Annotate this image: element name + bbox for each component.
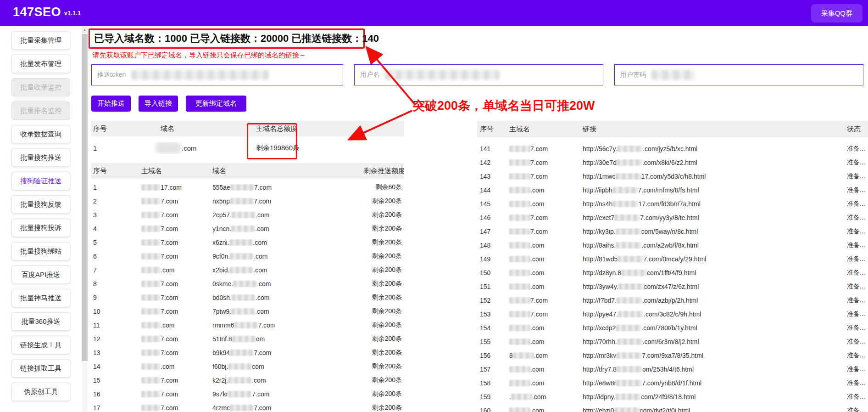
update-domains-button[interactable]: 更新绑定域名 [186,96,246,112]
cell-link: http://8aihs..com/a2wb/f/8x.html [580,242,844,249]
cell-domain: 4rzmc7.com [211,404,362,412]
blurred-token-value [131,70,269,80]
sidebar-item-label: 批量收录监控 [20,83,61,91]
sidebar-item[interactable]: 批量采集管理 [11,31,70,50]
cell-domain: bd0sh..com [211,294,362,301]
sidebar-item[interactable]: 百度API推送 [11,265,70,284]
blurred-link [618,256,643,262]
cell-index: 4 [91,225,139,232]
sidebar-item[interactable]: 批量收录监控 [11,78,70,96]
cell-link: http://iipbh7.com/mfms/8/fs.html [580,186,844,194]
sidebar-item[interactable]: 批量搜狗绑站 [11,242,70,260]
blurred-domain [231,308,255,315]
cell-index: 11 [91,322,139,329]
blurred-main-domain [509,256,530,262]
cell-main-domain: 7.com [139,294,211,301]
cell-status: 准备... [844,406,868,412]
cell-index: 1 [91,144,139,152]
cell-index: 151 [477,283,506,290]
blurred-link [616,352,642,359]
scrollbar-thumb[interactable] [82,34,88,361]
quota-table-row: 15 7.com k2r2j..com 剩余200条 [91,373,404,387]
cell-main-domain: 7.com [139,349,211,356]
cell-link: http://1mwc17.com/y5d3/c/h8.html [580,173,844,180]
sidebar-nav: 批量采集管理 批量发布管理 批量收录监控 批量排名监控 收录数据查询 批量搜狗推… [0,26,82,412]
blurred-link [617,339,643,345]
blurred-main-domain [141,198,161,204]
col-header-total-quota: 主域名总额度 [254,124,404,133]
blurred-domain [231,226,255,232]
quota-table-row: 10 7.com 7ptw9..com 剩余200条 [91,305,404,318]
cell-main-domain: .com [506,338,580,345]
blurred-main-domain [509,173,530,180]
cell-main-domain: 7.com [139,390,211,398]
qq-group-button[interactable]: 采集QQ群 [811,4,862,23]
start-push-button[interactable]: 开始推送 [91,96,131,112]
cell-main-domain: .com [139,266,211,274]
cell-domain: b9k947.com [211,349,362,356]
blurred-domain [233,281,257,287]
cell-index: 149 [477,255,506,263]
push-table-row: 148 .com http://8aihs..com/a2wb/f/8x.htm… [477,238,868,252]
sidebar-item[interactable]: 批量搜狗投诉 [11,219,70,237]
cell-main-domain: .com [506,407,580,412]
sidebar-item[interactable]: 批量搜狗反馈 [11,195,70,214]
blurred-domain [232,294,256,301]
cell-link: http://56c7y..com/jyz5/b/xc.html [580,145,844,152]
username-input[interactable]: 用户名 [354,64,603,85]
password-input[interactable]: 用户密码 [614,64,863,85]
cell-main-domain: 7.com [506,214,580,221]
cell-index: 1 [91,184,139,191]
blurred-domain [228,377,252,384]
blurred-link [617,159,642,166]
sidebar-item[interactable]: 链接生成工具 [11,336,70,354]
push-token-input[interactable]: 推送token [91,64,343,85]
push-table-body: 141 7.com http://56c7y..com/jyz5/b/xc.ht… [477,137,868,412]
quota-table-row: 8 7.com 0skme..com 剩余200条 [91,277,404,291]
push-table-row: 141 7.com http://56c7y..com/jyz5/b/xc.ht… [477,142,868,156]
quota-table-row: 2 7.com nx5np7.com 剩余200条 [91,194,404,208]
cell-status: 准备... [844,172,868,181]
quota-table-row: 16 7.com 9s7kr7.com 剩余200条 [91,387,404,401]
sidebar-item-label: 伪原创工具 [24,388,58,395]
cell-index: 17 [91,404,139,412]
blurred-main-domain [509,339,530,345]
cell-link: http://ehzi0com/dvt2/t/0j.html [580,407,844,412]
scrollbar-up-arrow[interactable]: ▲ [82,26,88,33]
sidebar-item-label: 批量发布管理 [20,60,61,68]
cell-main-domain: .com [506,324,580,332]
blurred-link [615,394,641,400]
cell-domain: .com [139,142,254,154]
import-links-button[interactable]: 导入链接 [139,96,178,112]
blurred-main-domain [141,226,161,232]
cell-index: 153 [477,310,506,318]
push-table-row: 155 .com http://70rhh..com/6r3m/8/j2.htm… [477,335,868,349]
blurred-link [614,214,640,221]
sidebar-item[interactable]: 批量排名监控 [11,102,70,120]
sidebar-item[interactable]: 收录数据查询 [11,125,70,143]
col-header-index: 序号 [91,124,139,133]
sidebar-item[interactable]: 批量发布管理 [11,55,70,73]
quota-table-row: 17 7.com 4rzmc7.com 剩余200条 [91,401,404,412]
sidebar-item[interactable]: 搜狗验证推送 [11,172,70,190]
cell-domain: 9cf0n..com [211,253,362,260]
push-table-row: 156 8.com http://mr3kv7.com/9xa7/8/35.ht… [477,349,868,362]
push-table-row: 157 .com http://tfry7.8om/253h/4/t6.html… [477,362,868,376]
cell-status: 准备... [844,255,868,263]
push-table-row: 145 .com http://ns4h17.com/fd3b/r/7a.htm… [477,197,868,211]
cell-link: http://idpny.com/24f9/8/18.html [580,393,844,401]
sidebar-item[interactable]: 批量360推送 [11,312,70,331]
sidebar-item[interactable]: 批量搜狗推送 [11,148,70,167]
blurred-main-domain [509,407,530,412]
blurred-main-domain [141,308,161,315]
sidebar-item-label: 链接抓取工具 [20,364,61,372]
cell-link: http://e8w8r7.com/ynb8/d/1f.html [580,379,844,387]
sidebar-item[interactable]: 批量神马推送 [11,289,70,307]
blurred-main-domain [509,242,530,248]
cell-index: 14 [91,363,139,370]
cell-status: 准备... [844,296,868,305]
cell-link: http://81wd57.com/0mca/y/29.html [580,255,844,263]
sidebar-item[interactable]: 链接抓取工具 [11,359,70,378]
sidebar-item[interactable]: 伪原创工具 [11,383,70,401]
quota-table-header: 序号 主域名 域名 剩余推送额度 [91,163,404,179]
